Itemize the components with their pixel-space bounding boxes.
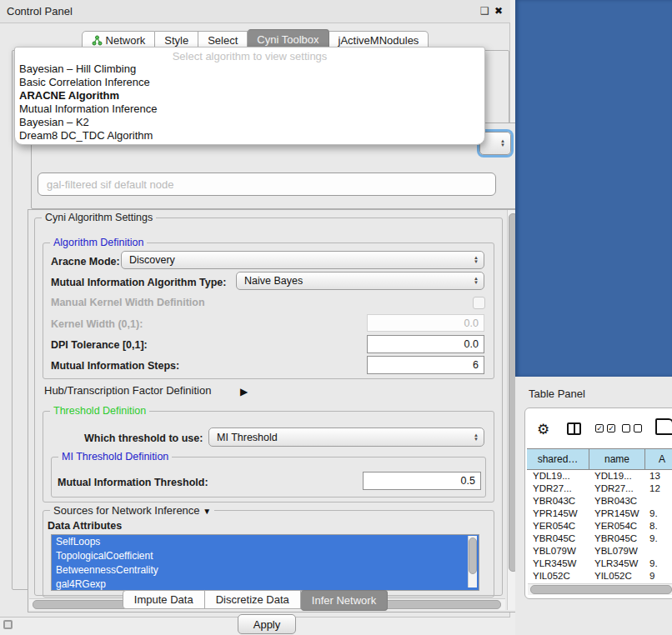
attributes-scrollbar-thumb[interactable] [469, 538, 477, 574]
sources-title-text: Sources for Network Inference [53, 504, 200, 517]
combo-arrows-icon [474, 433, 479, 442]
mi-threshold-value: 0.5 [461, 475, 475, 487]
table-row[interactable]: YBR045CYBR045C9. [527, 532, 672, 545]
algorithm-dropdown-popup: Select algorithm to view settings Bayesi… [14, 47, 485, 145]
table-cell: YBR043C [589, 495, 644, 508]
aracne-mode-label: Aracne Mode: [51, 256, 120, 268]
combo-arrows-icon [474, 277, 479, 285]
algorithm-option[interactable]: ARACNE Algorithm [15, 89, 484, 102]
apply-button-label: Apply [253, 618, 281, 631]
column-header[interactable]: A [645, 449, 672, 469]
collapsed-panel-icon[interactable] [3, 620, 13, 629]
manual-kernel-width-checkbox[interactable] [473, 297, 485, 309]
algorithm-dropdown-placeholder: Select algorithm to view settings [15, 50, 484, 62]
table-header-row: shared…nameA [527, 448, 672, 470]
mi-threshold-definition-title: MI Threshold Definition [58, 451, 172, 462]
table-row[interactable]: YBR043CYBR043C [527, 495, 672, 508]
table-cell [644, 495, 672, 508]
sources-title[interactable]: Sources for Network Inference [50, 504, 214, 517]
table-row[interactable]: YER054CYER054C8. [527, 520, 672, 532]
which-threshold-value: MI Threshold [217, 432, 278, 443]
table-cell: YPR145W [589, 508, 644, 520]
algorithm-option[interactable]: Dream8 DC_TDC Algorithm [15, 129, 484, 142]
collapse-arrow-icon[interactable] [203, 504, 211, 517]
table-combobox-disabled: gal-filtered sif default node [38, 172, 496, 196]
algorithm-option[interactable]: Bayesian – Hill Climbing [15, 62, 484, 76]
kernel-width-field[interactable]: 0.0 [367, 314, 484, 332]
table-cell: YDL19... [527, 470, 589, 482]
mi-threshold-field[interactable]: 0.5 [363, 472, 481, 490]
algorithm-option[interactable]: Bayesian – K2 [15, 116, 484, 129]
attribute-item[interactable]: TopologicalCoefficient [52, 549, 479, 563]
algorithm-option[interactable]: Basic Correlation Inference [15, 76, 484, 89]
control-panel-title: Control Panel [7, 5, 73, 18]
table-cell: YBL079W [589, 545, 644, 558]
tab-impute-data[interactable]: Impute Data [123, 590, 205, 609]
mi-algorithm-type-select[interactable]: Naive Bayes [236, 272, 484, 290]
table-cell [644, 545, 672, 558]
table-row[interactable]: YBL079WYBL079W [527, 545, 672, 558]
which-threshold-label: Which threshold to use: [84, 432, 203, 444]
table-row[interactable]: YDR27...YDR27...12 [527, 482, 672, 495]
algorithm-option[interactable]: Mutual Information Inference [15, 102, 484, 116]
aracne-mode-select[interactable]: Discovery [121, 251, 484, 269]
deselect-all-columns-icon[interactable] [622, 424, 642, 432]
cyni-algorithm-settings-title: Cyni Algorithm Settings [42, 212, 156, 223]
mi-steps-field[interactable]: 6 [367, 356, 484, 374]
tab-label: Cyni Toolbox [257, 33, 318, 46]
algorithm-dropdown-items: Bayesian – Hill ClimbingBasic Correlatio… [15, 62, 484, 142]
float-window-icon[interactable]: ❑ [480, 5, 489, 17]
table-cell: 12 [644, 482, 672, 495]
table-cell: 8. [644, 520, 672, 532]
attribute-item[interactable]: BetweennessCentrality [52, 563, 479, 578]
table-cell: YBR043C [527, 495, 589, 508]
control-panel-header: Control Panel ❑ ✖ [0, 0, 510, 23]
tab-label: Style [164, 34, 188, 47]
mi-steps-label: Mutual Information Steps: [51, 360, 179, 372]
table-cell: 13 [644, 470, 672, 482]
attribute-item[interactable]: gal4RGexp [52, 578, 479, 591]
tab-infer-network[interactable]: Infer Network [301, 590, 388, 611]
kernel-width-label: Kernel Width (0,1): [51, 318, 143, 330]
table-cell: YPR145W [527, 508, 589, 520]
table-cell: YER054C [527, 520, 589, 532]
algorithm-definition-title: Algorithm Definition [50, 237, 147, 248]
columns-icon[interactable] [567, 422, 581, 435]
expand-arrow-icon[interactable] [240, 383, 248, 398]
table-row[interactable]: YLR345WYLR345W9. [527, 558, 672, 570]
node-table: shared…nameA YDL19...YDL19...13YDR27...Y… [527, 448, 672, 582]
threshold-definition-title: Threshold Definition [50, 405, 149, 417]
table-cell: 9. [644, 532, 672, 545]
select-all-columns-icon[interactable] [595, 424, 615, 432]
dpi-tolerance-field[interactable]: 0.0 [367, 335, 484, 353]
which-threshold-select[interactable]: MI Threshold [208, 428, 484, 447]
table-horizontal-scrollbar-thumb[interactable] [530, 585, 672, 594]
apply-button[interactable]: Apply [238, 614, 296, 634]
close-panel-icon[interactable]: ✖ [494, 5, 503, 17]
table-row[interactable]: YPR145WYPR145W9. [527, 508, 672, 520]
column-header[interactable]: name [589, 449, 645, 469]
hub-definition-label[interactable]: Hub/Transcription Factor Definition [44, 384, 211, 397]
mi-algorithm-type-label: Mutual Information Algorithm Type: [51, 277, 226, 288]
gear-icon[interactable] [537, 421, 549, 438]
checked-box-icon [607, 424, 615, 432]
attribute-item[interactable]: SelfLoops [52, 535, 479, 549]
data-attributes-list[interactable]: SelfLoopsTopologicalCoefficientBetweenne… [51, 534, 479, 591]
table-cell: YBR045C [527, 532, 589, 545]
table-row[interactable]: YIL052CYIL052C9 [527, 570, 672, 582]
control-panel: Control Panel ❑ ✖ NetworkStyleSelectCyni… [0, 0, 510, 618]
dpi-tolerance-value: 0.0 [464, 338, 479, 350]
table-cell: YDL19... [589, 470, 644, 482]
table-cell: YBL079W [527, 545, 589, 558]
tab-discretize-data[interactable]: Discretize Data [205, 590, 301, 609]
new-table-icon[interactable] [655, 418, 672, 435]
table-cell: 9. [644, 558, 672, 570]
table-panel-region: Table Panel shared…nameA YDL19...YDL19..… [515, 377, 672, 635]
table-cell: YBR045C [589, 532, 644, 545]
column-header[interactable]: shared… [527, 449, 589, 469]
table-row[interactable]: YDL19...YDL19...13 [527, 470, 672, 482]
network-icon [92, 35, 103, 46]
unchecked-box-icon [622, 424, 630, 432]
table-panel-box: shared…nameA YDL19...YDL19...13YDR27...Y… [524, 408, 672, 599]
combo-arrows-icon [500, 139, 505, 148]
